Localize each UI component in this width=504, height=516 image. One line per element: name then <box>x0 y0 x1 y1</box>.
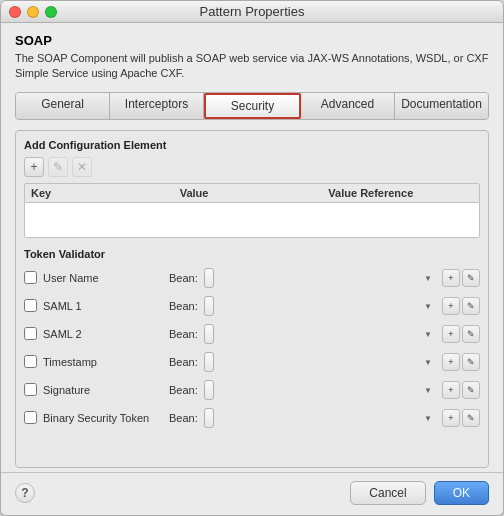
chevron-down-icon: ▼ <box>424 357 432 366</box>
tab-advanced[interactable]: Advanced <box>301 93 395 119</box>
plus-icon: + <box>448 273 453 283</box>
signature-bean-label: Bean: <box>169 384 198 396</box>
timestamp-checkbox[interactable] <box>24 355 37 368</box>
tab-bar: General Interceptors Security Advanced D… <box>15 92 489 120</box>
timestamp-bean-label: Bean: <box>169 356 198 368</box>
edit-icon: ✎ <box>53 160 63 174</box>
add-config-button[interactable]: + <box>24 157 44 177</box>
saml1-label: SAML 1 <box>43 300 163 312</box>
delete-icon: ✕ <box>77 160 87 174</box>
delete-config-button[interactable]: ✕ <box>72 157 92 177</box>
token-list: User Name Bean: ▼ + ✎ SAML 1 Bean: <box>24 266 480 459</box>
user-name-checkbox[interactable] <box>24 271 37 284</box>
edit-icon: ✎ <box>467 329 475 339</box>
config-toolbar: + ✎ ✕ <box>24 157 480 177</box>
binary-security-token-select-wrapper: ▼ <box>204 408 436 428</box>
list-item: Timestamp Bean: ▼ + ✎ <box>24 350 480 374</box>
minimize-button[interactable] <box>27 6 39 18</box>
chevron-down-icon: ▼ <box>424 329 432 338</box>
chevron-down-icon: ▼ <box>424 273 432 282</box>
saml1-select[interactable] <box>204 296 214 316</box>
maximize-button[interactable] <box>45 6 57 18</box>
saml2-bean-label: Bean: <box>169 328 198 340</box>
user-name-edit-btn[interactable]: ✎ <box>462 269 480 287</box>
plus-icon: + <box>448 413 453 423</box>
timestamp-actions: + ✎ <box>442 353 480 371</box>
saml2-label: SAML 2 <box>43 328 163 340</box>
binary-security-token-select[interactable] <box>204 408 214 428</box>
binary-security-token-actions: + ✎ <box>442 409 480 427</box>
col-value: Value <box>178 186 327 200</box>
soap-description: The SOAP Component will publish a SOAP w… <box>15 51 489 82</box>
user-name-select-wrapper: ▼ <box>204 268 436 288</box>
help-button[interactable]: ? <box>15 483 35 503</box>
bottom-bar: ? Cancel OK <box>1 472 503 515</box>
user-name-bean-label: Bean: <box>169 272 198 284</box>
saml1-bean-label: Bean: <box>169 300 198 312</box>
user-name-select[interactable] <box>204 268 214 288</box>
signature-add-btn[interactable]: + <box>442 381 460 399</box>
config-table: Key Value Value Reference <box>24 183 480 238</box>
timestamp-edit-btn[interactable]: ✎ <box>462 353 480 371</box>
list-item: SAML 1 Bean: ▼ + ✎ <box>24 294 480 318</box>
titlebar: Pattern Properties <box>1 1 503 23</box>
tab-general[interactable]: General <box>16 93 110 119</box>
cancel-button[interactable]: Cancel <box>350 481 425 505</box>
help-icon: ? <box>21 486 28 500</box>
saml2-add-btn[interactable]: + <box>442 325 460 343</box>
tab-documentation[interactable]: Documentation <box>395 93 488 119</box>
chevron-down-icon: ▼ <box>424 301 432 310</box>
signature-actions: + ✎ <box>442 381 480 399</box>
saml2-select[interactable] <box>204 324 214 344</box>
timestamp-add-btn[interactable]: + <box>442 353 460 371</box>
list-item: User Name Bean: ▼ + ✎ <box>24 266 480 290</box>
timestamp-select-wrapper: ▼ <box>204 352 436 372</box>
saml2-edit-btn[interactable]: ✎ <box>462 325 480 343</box>
edit-icon: ✎ <box>467 357 475 367</box>
tab-security[interactable]: Security <box>204 93 301 119</box>
saml1-add-btn[interactable]: + <box>442 297 460 315</box>
signature-label: Signature <box>43 384 163 396</box>
window-title: Pattern Properties <box>200 4 305 19</box>
add-icon: + <box>30 160 37 174</box>
ok-button[interactable]: OK <box>434 481 489 505</box>
action-buttons: Cancel OK <box>350 481 489 505</box>
window: Pattern Properties SOAP The SOAP Compone… <box>0 0 504 516</box>
list-item: SAML 2 Bean: ▼ + ✎ <box>24 322 480 346</box>
edit-icon: ✎ <box>467 301 475 311</box>
col-value-reference: Value Reference <box>326 186 475 200</box>
binary-security-token-edit-btn[interactable]: ✎ <box>462 409 480 427</box>
timestamp-label: Timestamp <box>43 356 163 368</box>
user-name-label: User Name <box>43 272 163 284</box>
list-item: Binary Security Token Bean: ▼ + ✎ <box>24 406 480 430</box>
saml1-actions: + ✎ <box>442 297 480 315</box>
list-item: Signature Bean: ▼ + ✎ <box>24 378 480 402</box>
binary-security-token-label: Binary Security Token <box>43 412 163 424</box>
chevron-down-icon: ▼ <box>424 385 432 394</box>
signature-select-wrapper: ▼ <box>204 380 436 400</box>
table-header: Key Value Value Reference <box>25 184 479 203</box>
edit-icon: ✎ <box>467 273 475 283</box>
binary-security-token-checkbox[interactable] <box>24 411 37 424</box>
saml1-select-wrapper: ▼ <box>204 296 436 316</box>
binary-security-token-bean-label: Bean: <box>169 412 198 424</box>
plus-icon: + <box>448 329 453 339</box>
close-button[interactable] <box>9 6 21 18</box>
edit-config-button[interactable]: ✎ <box>48 157 68 177</box>
binary-security-token-add-btn[interactable]: + <box>442 409 460 427</box>
signature-edit-btn[interactable]: ✎ <box>462 381 480 399</box>
saml1-edit-btn[interactable]: ✎ <box>462 297 480 315</box>
signature-checkbox[interactable] <box>24 383 37 396</box>
signature-select[interactable] <box>204 380 214 400</box>
chevron-down-icon: ▼ <box>424 413 432 422</box>
user-name-add-btn[interactable]: + <box>442 269 460 287</box>
plus-icon: + <box>448 301 453 311</box>
security-panel: Add Configuration Element + ✎ ✕ Key Valu… <box>15 130 489 468</box>
saml2-actions: + ✎ <box>442 325 480 343</box>
saml2-checkbox[interactable] <box>24 327 37 340</box>
tab-interceptors[interactable]: Interceptors <box>110 93 204 119</box>
saml1-checkbox[interactable] <box>24 299 37 312</box>
col-key: Key <box>29 186 178 200</box>
edit-icon: ✎ <box>467 413 475 423</box>
timestamp-select[interactable] <box>204 352 214 372</box>
